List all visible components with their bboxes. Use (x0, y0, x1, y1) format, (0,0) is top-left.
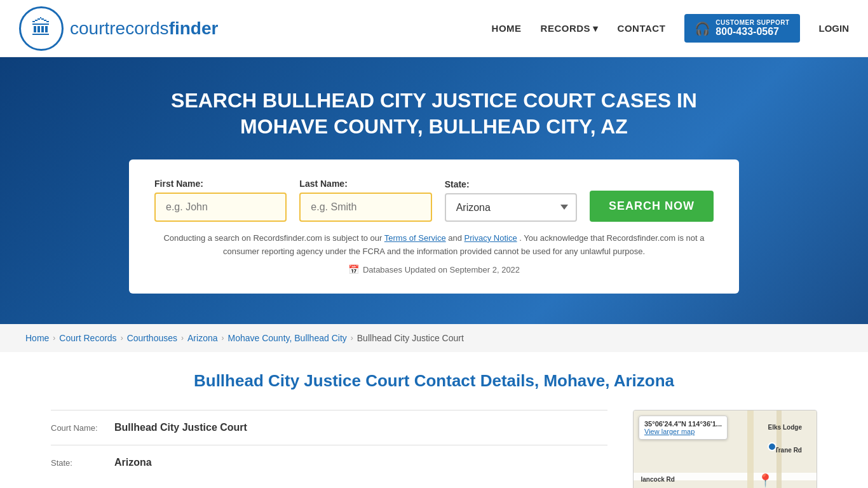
breadcrumb-sep-5: › (351, 334, 353, 342)
section-title: Bullhead City Justice Court Contact Deta… (51, 371, 817, 391)
disclaimer-text: Conducting a search on Recordsfinder.com… (154, 232, 714, 259)
site-header: 🏛 courtrecordsfinder HOME RECORDS ▾ CONT… (0, 0, 868, 57)
last-name-group: Last Name: (299, 179, 431, 222)
page-title: SEARCH BULLHEAD CITY JUSTICE COURT CASES… (148, 88, 720, 140)
court-name-row: Court Name: Bullhead City Justice Court (51, 410, 607, 445)
nav-records[interactable]: RECORDS ▾ (541, 23, 599, 34)
road-label-1: lancock Rd (641, 476, 675, 483)
map-container[interactable]: Counseling Center Elks Lodge lancock Rd … (633, 410, 817, 488)
breadcrumb-home[interactable]: Home (25, 333, 49, 343)
court-name-label: Court Name: (51, 423, 108, 433)
logo-circle: 🏛 (19, 6, 64, 51)
state-label: State: (445, 179, 577, 189)
logo-light: courtrecords (70, 18, 169, 38)
details-grid: Court Name: Bullhead City Justice Court … (51, 410, 817, 488)
state-group: State: Alabama Alaska Arizona Arkansas C… (445, 179, 577, 222)
search-button[interactable]: SEARCH NOW (590, 191, 714, 222)
breadcrumb-sep-3: › (181, 334, 184, 342)
state-row: State: Arizona (51, 445, 607, 480)
road-vertical (747, 410, 754, 488)
road-label-3: Trane Rd (775, 447, 802, 454)
logo-icon: 🏛 (31, 17, 51, 40)
calendar-icon: 📅 (348, 264, 359, 274)
db-update: 📅 Databases Updated on September 2, 2022 (154, 264, 714, 274)
logo-bold: finder (169, 18, 219, 38)
map-pin: 📍 (757, 473, 773, 488)
hero-section: SEARCH BULLHEAD CITY JUSTICE COURT CASES… (0, 57, 868, 324)
map-view-larger[interactable]: View larger map (644, 428, 722, 435)
breadcrumb: Home › Court Records › Courthouses › Ari… (0, 324, 868, 352)
breadcrumb-court-records[interactable]: Court Records (59, 333, 116, 343)
map-info-box: 35°06'24.4"N 114°36'1... View larger map (639, 416, 728, 440)
breadcrumb-courthouses[interactable]: Courthouses (127, 333, 177, 343)
breadcrumb-sep-4: › (221, 334, 224, 342)
search-fields: First Name: Last Name: State: Alabama Al… (154, 179, 714, 222)
last-name-label: Last Name: (299, 179, 431, 189)
details-left: Court Name: Bullhead City Justice Court … (51, 410, 607, 488)
map-coords: 35°06'24.4"N 114°36'1... (644, 420, 722, 428)
headset-icon: 🎧 (695, 21, 710, 36)
chevron-down-icon: ▾ (593, 23, 599, 34)
first-name-group: First Name: (154, 179, 287, 222)
first-name-input[interactable] (154, 193, 287, 222)
main-content: Bullhead City Justice Court Contact Deta… (0, 352, 868, 488)
terms-link[interactable]: Terms of Service (384, 233, 446, 243)
logo-area: 🏛 courtrecordsfinder (19, 6, 492, 51)
nav-login[interactable]: LOGIN (819, 23, 850, 34)
nav-home[interactable]: HOME (492, 23, 522, 34)
breadcrumb-arizona[interactable]: Arizona (187, 333, 217, 343)
search-card: First Name: Last Name: State: Alabama Al… (129, 159, 739, 294)
court-name-value: Bullhead City Justice Court (114, 422, 247, 433)
hero-content: SEARCH BULLHEAD CITY JUSTICE COURT CASES… (51, 88, 817, 294)
state-detail-value: Arizona (114, 457, 152, 468)
state-detail-label: State: (51, 458, 108, 468)
support-label: CUSTOMER SUPPORT (715, 19, 789, 26)
map-inner: Counseling Center Elks Lodge lancock Rd … (634, 410, 817, 488)
first-name-label: First Name: (154, 179, 287, 189)
details-right: Counseling Center Elks Lodge lancock Rd … (633, 410, 817, 488)
last-name-input[interactable] (299, 193, 431, 222)
breadcrumb-sep-1: › (53, 334, 55, 342)
logo-text[interactable]: courtrecordsfinder (70, 18, 218, 39)
support-number: 800-433-0567 (715, 26, 789, 37)
poi-elks: Elks Lodge (768, 424, 802, 431)
breadcrumb-sep-2: › (121, 334, 123, 342)
state-select[interactable]: Alabama Alaska Arizona Arkansas Californ… (445, 193, 577, 222)
nav-contact[interactable]: CONTACT (618, 23, 666, 34)
main-nav: HOME RECORDS ▾ CONTACT 🎧 CUSTOMER SUPPOR… (492, 14, 849, 43)
breadcrumb-current: Bullhead City Justice Court (357, 333, 464, 343)
privacy-link[interactable]: Privacy Notice (465, 233, 517, 243)
location-dot (768, 442, 776, 451)
breadcrumb-mohave[interactable]: Mohave County, Bullhead City (227, 333, 346, 343)
support-box[interactable]: 🎧 CUSTOMER SUPPORT 800-433-0567 (684, 14, 799, 43)
